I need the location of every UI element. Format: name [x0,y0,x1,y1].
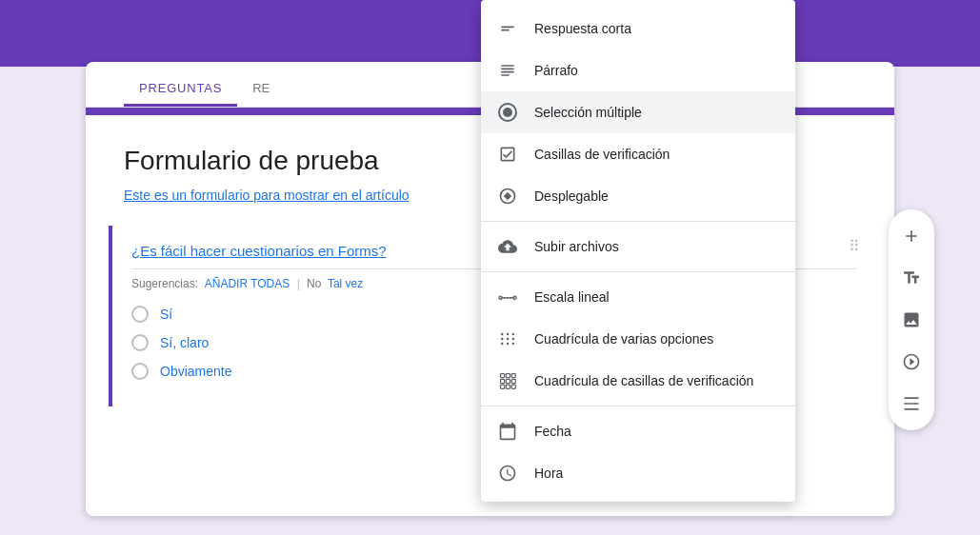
menu-item-checkboxes[interactable]: Casillas de verificación [481,133,795,175]
description-link: formulario para mostrar en el artículo [190,188,410,203]
linear-scale-icon [496,286,519,308]
svg-point-7 [501,338,504,341]
multiple-choice-icon [496,101,519,124]
tab-preguntas[interactable]: PREGUNTAS [124,69,237,107]
svg-rect-16 [501,379,505,383]
paragraph-icon [496,59,519,82]
menu-label-multiple-choice: Selección múltiple [534,105,642,120]
radio-obviamente[interactable] [131,363,149,380]
svg-point-9 [512,338,515,341]
divider-2 [481,271,795,272]
menu-item-paragraph[interactable]: Párrafo [481,50,795,91]
menu-label-linear-scale: Escala lineal [534,289,610,305]
menu-label-checkbox-grid: Cuadrícula de casillas de verificación [534,373,753,388]
divider-3 [481,406,795,406]
svg-rect-13 [501,374,505,378]
menu-item-dropdown[interactable]: Desplegable [481,175,795,217]
svg-point-8 [507,338,510,341]
svg-rect-21 [511,385,515,388]
multiple-choice-grid-icon [496,327,519,350]
radio-si[interactable] [131,306,149,323]
checkboxes-icon [496,143,519,166]
svg-point-10 [501,343,504,346]
right-toolbar [889,209,934,430]
menu-item-linear-scale[interactable]: Escala lineal [481,276,795,318]
menu-label-paragraph: Párrafo [534,63,578,78]
menu-label-multiple-choice-grid: Cuadrícula de varias opciones [534,331,713,347]
option-obviamente-label: Obviamente [160,364,231,379]
dropdown-icon [496,185,519,208]
svg-point-12 [512,343,515,346]
menu-item-multiple-choice-grid[interactable]: Cuadrícula de varias opciones [481,318,795,360]
add-video-button[interactable] [889,343,934,381]
svg-point-6 [512,333,515,336]
description-pre: Este es un [124,188,190,203]
add-all-button[interactable]: AÑADIR TODAS [205,277,290,290]
svg-rect-14 [506,374,510,378]
drag-handle: ⠿ [849,237,860,255]
menu-label-date: Fecha [534,424,571,439]
separator: | [297,277,300,290]
svg-point-11 [507,343,510,346]
svg-rect-20 [506,385,510,388]
divider-1 [481,221,795,222]
menu-item-short-answer[interactable]: Respuesta corta [481,8,795,50]
menu-item-multiple-choice[interactable]: Selección múltiple [481,91,795,133]
date-icon [496,420,519,443]
menu-label-dropdown: Desplegable [534,188,609,204]
menu-item-time[interactable]: Hora [481,452,795,494]
tab-respuestas[interactable]: RE [237,69,285,107]
svg-point-4 [501,333,504,336]
svg-rect-19 [501,385,505,388]
svg-point-5 [507,333,510,336]
menu-label-time: Hora [534,466,563,481]
add-title-button[interactable] [889,259,934,297]
suggestions-label: Sugerencias: [131,277,198,290]
time-icon [496,462,519,485]
option-si-claro-label: Sí, claro [160,335,209,350]
checkbox-grid-icon [496,369,519,392]
svg-rect-17 [506,379,510,383]
question-pre: ¿Es fácil hacer [131,243,230,259]
menu-item-date[interactable]: Fecha [481,410,795,452]
add-image-button[interactable] [889,301,934,339]
add-section-button[interactable] [889,385,934,423]
dropdown-menu: Respuesta corta Párrafo Selección múltip… [481,0,795,502]
question-post: ? [378,243,386,259]
short-answer-icon [496,17,519,40]
option-si-label: Sí [160,307,172,322]
radio-si-claro[interactable] [131,334,149,351]
question-link: cuestionarios en Forms [230,243,378,259]
suggestion-maybe[interactable]: Tal vez [328,277,363,290]
menu-label-checkboxes: Casillas de verificación [534,147,670,162]
svg-rect-18 [511,379,515,383]
menu-item-checkbox-grid[interactable]: Cuadrícula de casillas de verificación [481,360,795,402]
menu-label-file-upload: Subir archivos [534,239,619,254]
suggestion-no[interactable]: No [307,277,321,290]
svg-rect-15 [511,374,515,378]
menu-label-short-answer: Respuesta corta [534,21,631,36]
add-element-button[interactable] [889,217,934,255]
file-upload-icon [496,235,519,258]
menu-item-file-upload[interactable]: Subir archivos [481,226,795,268]
